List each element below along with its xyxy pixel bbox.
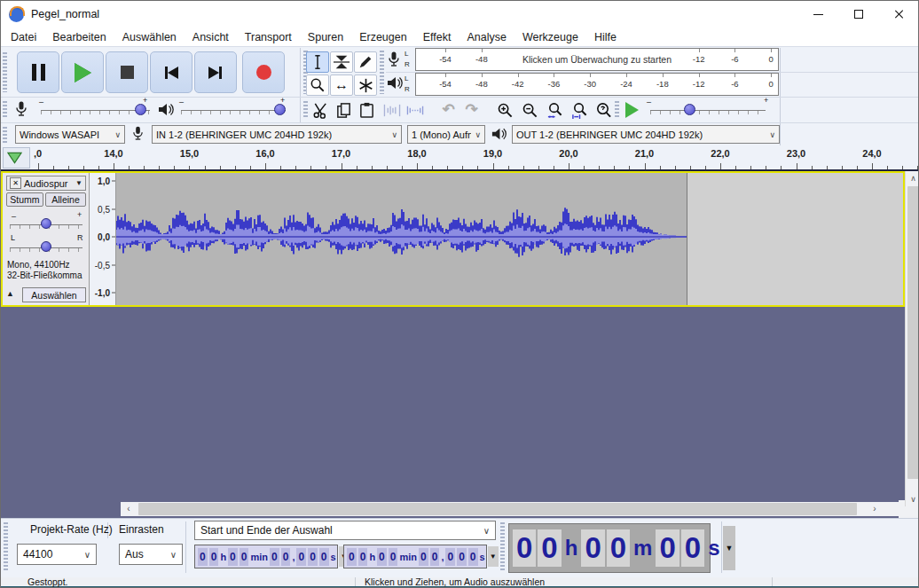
horizontal-scroll-thumb[interactable] (138, 503, 857, 515)
time-digit[interactable]: 0 (389, 548, 398, 566)
menu-item-auswählen[interactable]: Auswählen (114, 29, 185, 45)
draw-tool-button[interactable] (354, 51, 377, 73)
zoom-toggle-button[interactable] (592, 99, 614, 121)
cut-button[interactable] (310, 99, 332, 121)
selection-start-field[interactable]: 00h00min00,000s▼ (194, 545, 338, 568)
time-digit[interactable]: 0 (347, 548, 357, 566)
scroll-left-icon[interactable]: ‹ (121, 502, 137, 516)
menu-item-bearbeiten[interactable]: Bearbeiten (44, 29, 114, 45)
menu-item-hilfe[interactable]: Hilfe (586, 29, 624, 45)
project-rate-select[interactable]: 44100∨ (17, 544, 97, 565)
mute-button[interactable]: Stumm (6, 192, 43, 207)
skip-to-start-button[interactable] (150, 51, 192, 93)
audio-position-display[interactable]: 00h00m00s▼ (508, 523, 711, 573)
time-format-arrow-icon[interactable]: ▼ (488, 546, 499, 567)
undo-button[interactable]: ↶ (437, 98, 460, 120)
scroll-up-icon[interactable]: ∧ (906, 171, 919, 185)
waveform-canvas[interactable] (116, 173, 903, 305)
menu-item-spuren[interactable]: Spuren (300, 29, 351, 45)
time-digit[interactable]: 0 (296, 548, 306, 566)
time-digit[interactable]: 0 (430, 548, 440, 566)
recording-device-select[interactable]: IN 1-2 (BEHRINGER UMC 204HD 192k)∨ (152, 125, 402, 144)
time-digit[interactable]: 0 (457, 548, 467, 566)
time-digit[interactable]: 0 (656, 529, 679, 567)
empty-track-area[interactable] (1, 307, 905, 500)
gain-thumb[interactable] (41, 218, 51, 229)
menu-item-datei[interactable]: Datei (3, 29, 44, 45)
time-digit[interactable]: 0 (581, 529, 604, 567)
maximize-button[interactable] (838, 1, 879, 27)
menu-item-werkzeuge[interactable]: Werkzeuge (514, 29, 586, 45)
time-digit[interactable]: 0 (419, 548, 428, 566)
timeline-ruler[interactable]: ,014,015,016,017,018,019,020,021,022,023… (1, 145, 919, 171)
track-name[interactable]: Audiospur (24, 178, 68, 189)
paste-button[interactable] (356, 99, 378, 121)
multi-tool-button[interactable] (354, 74, 377, 96)
time-format-arrow-icon[interactable]: ▼ (723, 526, 736, 570)
timeline-options-button[interactable] (3, 147, 30, 169)
minimize-button[interactable] (797, 1, 838, 27)
horizontal-scrollbar[interactable]: ‹ › (121, 502, 899, 516)
zoom-in-button[interactable] (494, 99, 516, 121)
recording-channels-select[interactable]: 1 (Mono) Aufnahmekanal∨ (407, 125, 485, 144)
selection-tool-button[interactable] (306, 51, 329, 73)
track-control-panel[interactable]: ✕ Audiospur ▼ Stumm Alleine – + L R Mono… (3, 173, 90, 305)
audio-host-select[interactable]: Windows WASAPI∨ (15, 125, 125, 144)
time-digit[interactable]: 0 (513, 529, 536, 567)
trim-audio-button[interactable] (381, 99, 403, 121)
time-digit[interactable]: 0 (209, 548, 219, 566)
zoom-out-button[interactable] (519, 99, 541, 121)
time-digit[interactable]: 0 (445, 548, 455, 566)
menu-item-erzeugen[interactable]: Erzeugen (351, 29, 415, 45)
menu-item-transport[interactable]: Transport (237, 29, 300, 45)
play-speed-thumb[interactable] (684, 104, 695, 115)
copy-button[interactable] (333, 99, 355, 121)
time-digit[interactable]: 0 (240, 548, 249, 566)
skip-to-end-button[interactable] (194, 51, 237, 93)
play-at-speed-button[interactable] (622, 100, 641, 120)
time-digit[interactable]: 0 (281, 548, 291, 566)
vertical-scrollbar[interactable]: ∧ ∨ (905, 171, 919, 506)
envelope-tool-button[interactable] (330, 51, 353, 73)
track-select-button[interactable]: Auswählen (22, 287, 86, 302)
playback-meter[interactable]: -54-48-42-36-30-24-18-12-60 (415, 73, 779, 96)
time-digit[interactable]: 0 (607, 529, 630, 567)
scroll-down-icon[interactable]: ∨ (906, 492, 919, 506)
scroll-right-icon[interactable]: › (867, 502, 883, 516)
time-digit[interactable]: 0 (228, 548, 238, 566)
time-digit[interactable]: 0 (198, 548, 208, 566)
playback-volume-thumb[interactable] (274, 104, 286, 115)
record-volume-thumb[interactable] (135, 104, 146, 115)
play-button[interactable] (61, 51, 104, 93)
track-close-icon[interactable]: ✕ (10, 177, 21, 189)
time-digit[interactable]: 0 (319, 548, 329, 566)
menu-item-effekt[interactable]: Effekt (415, 29, 460, 45)
redo-button[interactable]: ↷ (460, 98, 483, 120)
menu-item-analyse[interactable]: Analyse (459, 29, 514, 45)
collapse-triangle-icon[interactable]: ▲ (6, 289, 14, 298)
track-menu-triangle-icon[interactable]: ▼ (75, 179, 82, 187)
menu-item-ansicht[interactable]: Ansicht (185, 29, 237, 45)
time-digit[interactable]: 0 (468, 548, 478, 566)
waveform[interactable] (116, 173, 903, 305)
pause-button[interactable] (17, 51, 59, 93)
solo-button[interactable]: Alleine (45, 192, 86, 207)
track-title-bar[interactable]: ✕ Audiospur ▼ (6, 176, 86, 191)
zoom-tool-button[interactable] (306, 74, 329, 96)
time-digit[interactable]: 0 (538, 529, 561, 567)
record-button[interactable] (242, 51, 285, 93)
selection-end-field[interactable]: 00h00min00,000s▼ (343, 545, 487, 568)
zoom-fit-button[interactable] (569, 99, 591, 121)
stop-button[interactable] (106, 51, 148, 93)
time-digit[interactable]: 0 (681, 529, 704, 567)
time-digit[interactable]: 0 (358, 548, 368, 566)
time-digit[interactable]: 0 (308, 548, 318, 566)
selection-mode-select[interactable]: Start und Ende der Auswahl∨ (194, 521, 496, 540)
pan-thumb[interactable] (41, 241, 51, 252)
zoom-selection-button[interactable] (544, 99, 566, 121)
record-meter[interactable]: -54-48Klicken um Überwachung zu starten-… (415, 48, 779, 71)
silence-audio-button[interactable] (404, 99, 426, 121)
vertical-scroll-thumb[interactable] (907, 186, 919, 479)
time-digit[interactable]: 0 (377, 548, 387, 566)
close-button[interactable] (879, 1, 919, 27)
